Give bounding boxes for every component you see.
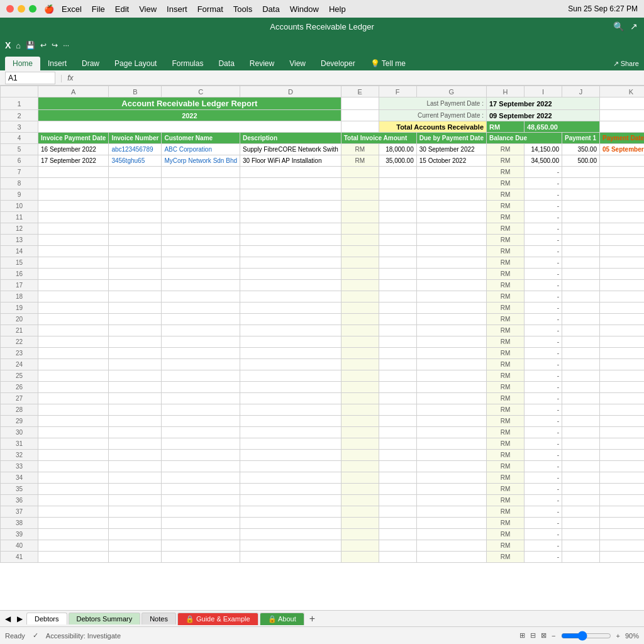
maximize-button[interactable] xyxy=(29,5,36,13)
apple-icon[interactable]: 🍎 xyxy=(44,4,54,14)
empty-row: 23RM- xyxy=(1,348,645,359)
menu-data[interactable]: Data xyxy=(262,4,279,14)
share-button[interactable]: ↗ Share xyxy=(613,60,639,70)
excel-file-title: Accounts Receivable Ledger xyxy=(270,22,374,31)
add-sheet-button[interactable]: + xyxy=(306,613,319,625)
menu-file[interactable]: File xyxy=(92,4,105,14)
formula-input[interactable] xyxy=(78,74,639,82)
view-normal-icon[interactable]: ⊞ xyxy=(519,631,525,640)
empty-row: 22RM- xyxy=(1,336,645,348)
last-payment-date-value: 17 September 2022 xyxy=(487,97,600,110)
menu-format[interactable]: Format xyxy=(197,4,223,14)
menubar-right: Sun 25 Sep 6:27 PM xyxy=(568,4,638,13)
last-payment-date-label: Last Payment Date : xyxy=(379,97,486,110)
table-row: 3 Total Accounts Receivable RM 48,650.00 xyxy=(1,121,645,133)
quick-access-toolbar: X ⌂ 💾 ↩ ↪ ··· xyxy=(0,35,644,55)
r2-pay-date[interactable] xyxy=(600,155,645,167)
header-payment1: Payment 1 xyxy=(562,133,600,144)
menu-tools[interactable]: Tools xyxy=(233,4,252,14)
tab-review[interactable]: Review xyxy=(242,57,282,70)
save-icon[interactable]: 💾 xyxy=(26,41,35,50)
r1-total-inv[interactable]: 18,000.00 xyxy=(379,144,416,155)
home-icon[interactable]: ⌂ xyxy=(16,41,21,50)
r2-inv-date[interactable]: 17 September 2022 xyxy=(38,155,109,167)
r2-inv-num[interactable]: 3456tghu65 xyxy=(109,155,162,167)
datetime: Sun 25 Sep 6:27 PM xyxy=(568,4,638,13)
row-num: 2 xyxy=(1,110,38,121)
empty-row: 31RM- xyxy=(1,438,645,450)
tab-debtors-summary[interactable]: Debtors Summary xyxy=(69,613,141,625)
zoom-in-icon[interactable]: + xyxy=(616,632,620,640)
header-invoice-number: Invoice Number xyxy=(109,133,162,144)
ready-label: Ready xyxy=(5,632,25,640)
empty-row: 12RM- xyxy=(1,223,645,235)
menu-help[interactable]: Help xyxy=(329,4,346,14)
empty-row: 17RM- xyxy=(1,280,645,291)
menu-excel[interactable]: Excel xyxy=(62,4,82,14)
r2-balance[interactable]: 34,500.00 xyxy=(525,155,562,167)
col-c: C xyxy=(162,86,240,97)
tab-page-layout[interactable]: Page Layout xyxy=(107,57,164,70)
report-title[interactable]: Account Receivable Ledger Report xyxy=(38,97,341,110)
title-bar-controls[interactable]: 🔍 ↗ xyxy=(613,21,638,31)
scroll-left-icon[interactable]: ◀ xyxy=(3,614,13,623)
r2-desc[interactable]: 30 Floor WiFi AP Installation xyxy=(240,155,341,167)
tab-home[interactable]: Home xyxy=(5,57,40,70)
zoom-slider[interactable] xyxy=(561,631,611,641)
undo-icon[interactable]: ↩ xyxy=(40,41,47,50)
empty-row: 10RM- xyxy=(1,201,645,212)
r1-cust-name[interactable]: ABC Corporation xyxy=(162,144,240,155)
formula-bar: | fx xyxy=(0,70,644,86)
tab-tell-me[interactable]: 💡 Tell me xyxy=(363,57,413,70)
minimize-button[interactable] xyxy=(18,5,25,13)
excel-title-bar: Accounts Receivable Ledger 🔍 ↗ xyxy=(0,18,644,35)
menu-insert[interactable]: Insert xyxy=(167,4,187,14)
r1-pay1[interactable]: 350.00 xyxy=(562,144,600,155)
name-box[interactable] xyxy=(5,72,55,84)
window-controls[interactable] xyxy=(6,5,36,13)
r1-due-by[interactable]: 30 September 2022 xyxy=(416,144,486,155)
share-icon[interactable]: ↗ xyxy=(630,21,638,31)
more-icon[interactable]: ··· xyxy=(63,41,69,50)
menu-view[interactable]: View xyxy=(139,4,157,14)
header-payment-date: Payment Date xyxy=(600,133,645,144)
search-icon[interactable]: 🔍 xyxy=(613,21,624,31)
menu-edit[interactable]: Edit xyxy=(115,4,129,14)
close-button[interactable] xyxy=(6,5,14,13)
tab-developer[interactable]: Developer xyxy=(313,57,363,70)
spreadsheet[interactable]: A B C D E F G H I J K L M N xyxy=(0,86,644,610)
spreadsheet-wrapper: A B C D E F G H I J K L M N xyxy=(0,86,644,610)
r2-total-inv[interactable]: 35,000.00 xyxy=(379,155,416,167)
tab-formulas[interactable]: Formulas xyxy=(164,57,211,70)
r1-inv-date[interactable]: 16 September 2022 xyxy=(38,144,109,155)
scroll-right-icon[interactable]: ▶ xyxy=(14,614,25,623)
tab-guide-example[interactable]: 🔒 Guide & Example xyxy=(177,613,258,625)
tab-data[interactable]: Data xyxy=(211,57,242,70)
total-value: 48,650.00 xyxy=(525,121,600,133)
r2-cust-name[interactable]: MyCorp Network Sdn Bhd xyxy=(162,155,240,167)
r1-balance[interactable]: 14,150.00 xyxy=(525,144,562,155)
view-page-icon[interactable]: ⊠ xyxy=(541,631,547,640)
r1-desc[interactable]: Supply FibreCORE Network Swith xyxy=(240,144,341,155)
accessibility-label[interactable]: Accessibility: Investigate xyxy=(46,632,121,640)
empty-row: 11RM- xyxy=(1,212,645,223)
sheet-tabs: ◀ ▶ Debtors Debtors Summary Notes 🔒 Guid… xyxy=(0,610,644,626)
tab-notes[interactable]: Notes xyxy=(142,613,176,625)
redo-icon[interactable]: ↪ xyxy=(52,41,58,50)
tab-draw[interactable]: Draw xyxy=(74,57,107,70)
r1-inv-num[interactable]: abc123456789 xyxy=(109,144,162,155)
r1-rm2: RM xyxy=(487,144,525,155)
tab-insert[interactable]: Insert xyxy=(40,57,74,70)
r2-pay1[interactable]: 500.00 xyxy=(562,155,600,167)
tab-about[interactable]: 🔒 About xyxy=(260,613,304,625)
r2-due-by[interactable]: 15 October 2022 xyxy=(416,155,486,167)
r1-rm1: RM xyxy=(341,144,379,155)
empty-k2 xyxy=(600,110,645,121)
tab-debtors[interactable]: Debtors xyxy=(26,613,67,625)
r1-pay-date[interactable]: 05 September 2022 xyxy=(600,144,645,155)
tab-view[interactable]: View xyxy=(282,57,313,70)
zoom-out-icon[interactable]: − xyxy=(552,632,555,640)
view-layout-icon[interactable]: ⊟ xyxy=(530,631,536,640)
menu-window[interactable]: Window xyxy=(290,4,319,14)
empty-row: 27RM- xyxy=(1,393,645,404)
